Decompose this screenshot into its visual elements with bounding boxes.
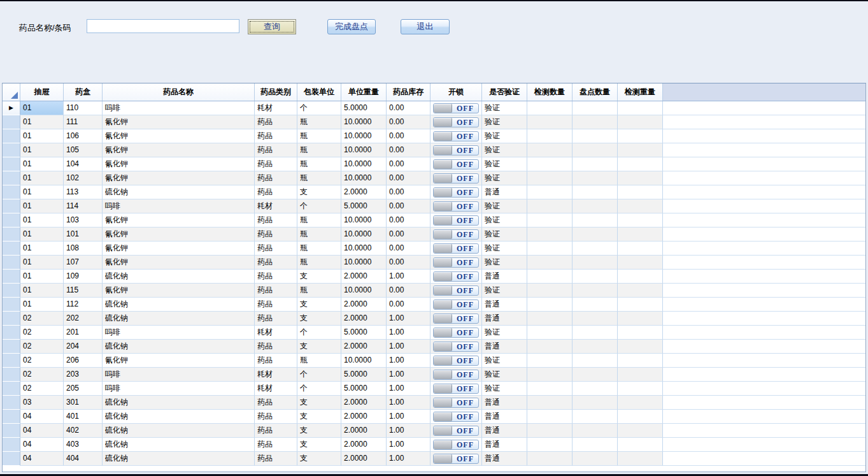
cell-box[interactable]: 104 bbox=[64, 157, 103, 171]
cell-detect_qty[interactable] bbox=[527, 101, 573, 115]
cell-category[interactable]: 药品 bbox=[255, 171, 297, 185]
cell-name[interactable]: 氰化钾 bbox=[103, 171, 255, 185]
cell-category[interactable]: 耗材 bbox=[255, 368, 297, 382]
lock-toggle[interactable]: OFF bbox=[433, 117, 479, 127]
cell-verify[interactable]: 普通 bbox=[482, 424, 527, 438]
cell-drawer[interactable]: 01 bbox=[20, 157, 64, 171]
query-button[interactable]: 查询 bbox=[248, 19, 296, 34]
cell-box[interactable]: 102 bbox=[64, 171, 103, 185]
cell-lock[interactable]: OFF bbox=[430, 227, 482, 242]
cell-detect_qty[interactable] bbox=[527, 115, 573, 129]
cell-verify[interactable]: 验证 bbox=[482, 256, 527, 270]
cell-unit[interactable]: 个 bbox=[297, 382, 341, 396]
cell-verify[interactable]: 验证 bbox=[482, 199, 527, 213]
select-all-corner[interactable] bbox=[3, 83, 20, 101]
cell-category[interactable]: 药品 bbox=[255, 256, 297, 270]
lock-toggle[interactable]: OFF bbox=[433, 145, 479, 155]
row-selector[interactable] bbox=[3, 354, 20, 368]
cell-box[interactable]: 403 bbox=[64, 438, 103, 452]
cell-stock[interactable]: 1.00 bbox=[387, 326, 430, 340]
cell-unit[interactable]: 瓶 bbox=[297, 157, 341, 171]
cell-lock[interactable]: OFF bbox=[430, 354, 482, 368]
column-header-box[interactable]: 药盒 bbox=[64, 83, 103, 101]
cell-category[interactable]: 药品 bbox=[255, 143, 297, 157]
cell-count_qty[interactable] bbox=[573, 298, 618, 312]
cell-detect_weight[interactable] bbox=[618, 452, 663, 466]
cell-detect_qty[interactable] bbox=[527, 143, 573, 157]
cell-detect_weight[interactable] bbox=[618, 312, 663, 326]
cell-unit[interactable]: 个 bbox=[297, 101, 341, 115]
cell-verify[interactable]: 普通 bbox=[482, 410, 527, 424]
cell-count_qty[interactable] bbox=[573, 227, 618, 242]
lock-toggle[interactable]: OFF bbox=[433, 398, 479, 408]
cell-category[interactable]: 药品 bbox=[255, 115, 297, 129]
cell-stock[interactable]: 0.00 bbox=[387, 157, 430, 171]
cell-lock[interactable]: OFF bbox=[430, 143, 482, 157]
cell-count_qty[interactable] bbox=[573, 242, 618, 256]
cell-detect_qty[interactable] bbox=[527, 270, 573, 284]
cell-unit[interactable]: 支 bbox=[297, 452, 341, 466]
cell-box[interactable]: 204 bbox=[64, 340, 103, 354]
cell-count_qty[interactable] bbox=[573, 199, 618, 213]
cell-drawer[interactable]: 01 bbox=[20, 185, 64, 199]
cell-unit_weight[interactable]: 2.0000 bbox=[341, 438, 387, 452]
cell-detect_weight[interactable] bbox=[618, 101, 663, 115]
cell-category[interactable]: 药品 bbox=[255, 227, 297, 242]
cell-stock[interactable]: 0.00 bbox=[387, 284, 430, 298]
row-selector[interactable] bbox=[3, 312, 20, 326]
cell-verify[interactable]: 验证 bbox=[482, 227, 527, 242]
cell-lock[interactable]: OFF bbox=[430, 284, 482, 298]
lock-toggle[interactable]: OFF bbox=[433, 271, 479, 282]
column-header-count_qty[interactable]: 盘点数量 bbox=[573, 83, 618, 101]
cell-name[interactable]: 氰化钾 bbox=[103, 227, 255, 242]
row-selector[interactable] bbox=[3, 452, 20, 466]
cell-lock[interactable]: OFF bbox=[430, 298, 482, 312]
lock-toggle[interactable]: OFF bbox=[433, 131, 479, 141]
cell-verify[interactable]: 验证 bbox=[482, 157, 527, 171]
cell-count_qty[interactable] bbox=[573, 438, 618, 452]
cell-name[interactable]: 氰化钾 bbox=[103, 213, 255, 227]
cell-name[interactable]: 硫化钠 bbox=[103, 185, 255, 199]
cell-drawer[interactable]: 01 bbox=[20, 101, 64, 115]
cell-category[interactable]: 耗材 bbox=[255, 101, 297, 115]
cell-detect_weight[interactable] bbox=[618, 185, 663, 199]
cell-lock[interactable]: OFF bbox=[430, 312, 482, 326]
search-input[interactable] bbox=[87, 19, 239, 33]
cell-box[interactable]: 107 bbox=[64, 256, 103, 270]
cell-lock[interactable]: OFF bbox=[430, 410, 482, 424]
cell-stock[interactable]: 0.00 bbox=[387, 199, 430, 213]
cell-detect_qty[interactable] bbox=[527, 438, 573, 452]
cell-detect_weight[interactable] bbox=[618, 115, 663, 129]
cell-unit_weight[interactable]: 2.0000 bbox=[341, 452, 387, 466]
cell-lock[interactable]: OFF bbox=[430, 242, 482, 256]
cell-verify[interactable]: 验证 bbox=[482, 284, 527, 298]
cell-detect_qty[interactable] bbox=[527, 326, 573, 340]
cell-verify[interactable]: 普通 bbox=[482, 270, 527, 284]
cell-detect_qty[interactable] bbox=[527, 368, 573, 382]
cell-unit_weight[interactable]: 10.0000 bbox=[341, 213, 387, 227]
cell-unit[interactable]: 瓶 bbox=[297, 242, 341, 256]
row-selector[interactable] bbox=[3, 424, 20, 438]
cell-detect_weight[interactable] bbox=[618, 256, 663, 270]
cell-detect_qty[interactable] bbox=[527, 452, 573, 466]
row-selector[interactable] bbox=[3, 143, 20, 157]
cell-count_qty[interactable] bbox=[573, 396, 618, 410]
cell-drawer[interactable]: 01 bbox=[20, 129, 64, 143]
cell-count_qty[interactable] bbox=[573, 256, 618, 270]
cell-name[interactable]: 硫化钠 bbox=[103, 396, 255, 410]
cell-unit[interactable]: 支 bbox=[297, 298, 341, 312]
cell-count_qty[interactable] bbox=[573, 284, 618, 298]
cell-unit_weight[interactable]: 2.0000 bbox=[341, 424, 387, 438]
cell-detect_weight[interactable] bbox=[618, 326, 663, 340]
cell-category[interactable]: 耗材 bbox=[255, 326, 297, 340]
cell-count_qty[interactable] bbox=[573, 354, 618, 368]
lock-toggle[interactable]: OFF bbox=[433, 159, 479, 169]
cell-stock[interactable]: 0.00 bbox=[387, 242, 430, 256]
cell-detect_weight[interactable] bbox=[618, 410, 663, 424]
cell-detect_qty[interactable] bbox=[527, 185, 573, 199]
cell-detect_weight[interactable] bbox=[618, 424, 663, 438]
lock-toggle[interactable]: OFF bbox=[433, 440, 479, 450]
cell-box[interactable]: 205 bbox=[64, 382, 103, 396]
lock-toggle[interactable]: OFF bbox=[433, 299, 479, 310]
row-selector[interactable] bbox=[3, 115, 20, 129]
